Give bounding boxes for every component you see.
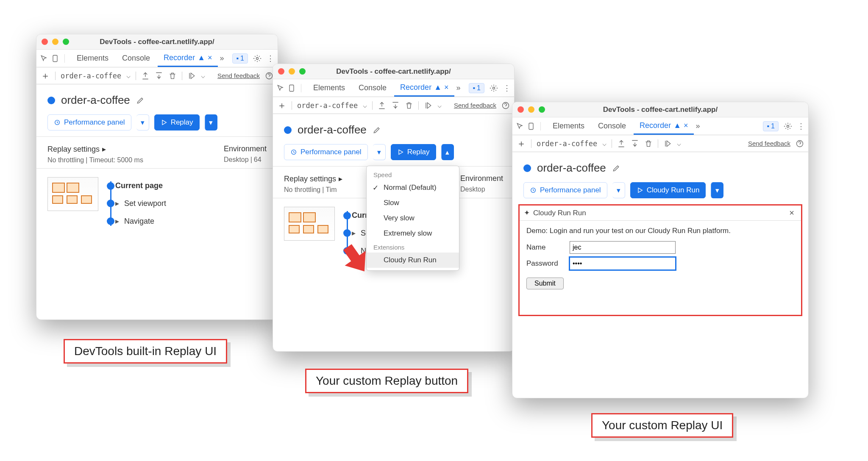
issues-badge[interactable]: ▪ 1 [232, 53, 248, 64]
replay-settings-header[interactable]: Replay settings ▸ [284, 174, 342, 183]
name-label: Name [526, 243, 565, 252]
cloudy-run-chevron[interactable]: ▾ [711, 182, 723, 198]
close-icon[interactable] [42, 39, 48, 45]
chevron-down-icon[interactable]: ⌵ [126, 71, 131, 80]
gear-icon[interactable] [784, 122, 792, 131]
inspect-icon[interactable] [516, 122, 524, 131]
minimize-icon[interactable] [289, 68, 295, 75]
step-icon[interactable] [187, 72, 196, 80]
device-icon[interactable] [287, 84, 296, 92]
speed-very-slow[interactable]: Very slow [367, 211, 459, 226]
chevron-down-icon[interactable]: ⌵ [602, 139, 606, 148]
minimize-icon[interactable] [528, 106, 534, 113]
close-tab-icon[interactable]: × [444, 83, 449, 92]
speed-slow[interactable]: Slow [367, 195, 459, 211]
gear-icon[interactable] [253, 54, 262, 63]
performance-panel-chevron[interactable]: ▾ [612, 182, 625, 198]
chevron-down-icon[interactable]: ⌵ [677, 139, 681, 148]
tab-recorder[interactable]: Recorder ▲ × [158, 50, 218, 67]
export-icon[interactable] [141, 72, 150, 80]
chevron-down-icon[interactable]: ⌵ [201, 71, 205, 80]
more-tabs-icon[interactable]: » [220, 54, 224, 63]
close-tab-icon[interactable]: × [684, 121, 688, 130]
tab-console[interactable]: Console [116, 50, 156, 67]
speed-normal[interactable]: Normal (Default) [367, 180, 459, 195]
edit-icon[interactable] [373, 126, 381, 134]
delete-icon[interactable] [644, 139, 653, 148]
step-icon[interactable] [663, 139, 672, 148]
help-icon[interactable] [501, 101, 510, 110]
send-feedback-link[interactable]: Send feedback [217, 72, 260, 79]
recording-select[interactable]: order-a-coffee [537, 139, 597, 148]
chevron-down-icon[interactable]: ⌵ [363, 101, 367, 110]
import-icon[interactable] [155, 72, 163, 80]
device-icon[interactable] [527, 122, 535, 131]
tab-elements[interactable]: Elements [547, 117, 590, 135]
more-icon[interactable]: ⋮ [267, 54, 274, 63]
help-icon[interactable] [796, 139, 804, 148]
add-icon[interactable]: ＋ [41, 69, 50, 82]
performance-panel-button[interactable]: Performance panel [47, 114, 131, 131]
performance-panel-button[interactable]: Performance panel [284, 144, 368, 160]
import-icon[interactable] [391, 101, 400, 110]
close-tab-icon[interactable]: × [208, 53, 212, 62]
more-tabs-icon[interactable]: » [696, 122, 700, 131]
submit-button[interactable]: Submit [526, 278, 564, 289]
step-navigate[interactable]: ▸Navigate [115, 212, 166, 230]
delete-icon[interactable] [168, 72, 177, 80]
name-input[interactable] [570, 241, 676, 254]
export-icon[interactable] [378, 101, 386, 110]
replay-button[interactable]: Replay [391, 144, 436, 160]
step-current-page[interactable]: Current page [115, 177, 166, 194]
replay-button[interactable]: Replay [154, 114, 200, 131]
performance-panel-chevron[interactable]: ▾ [136, 114, 149, 131]
export-icon[interactable] [617, 139, 626, 148]
close-panel-icon[interactable]: × [787, 208, 797, 218]
zoom-icon[interactable] [299, 68, 306, 75]
add-icon[interactable]: ＋ [277, 99, 287, 112]
send-feedback-link[interactable]: Send feedback [454, 102, 496, 109]
tab-console[interactable]: Console [353, 79, 392, 97]
tab-console[interactable]: Console [592, 117, 632, 135]
edit-icon[interactable] [612, 164, 620, 172]
minimize-icon[interactable] [52, 39, 58, 45]
recording-select[interactable]: order-a-coffee [61, 72, 121, 80]
chevron-down-icon[interactable]: ⌵ [437, 101, 442, 110]
delete-icon[interactable] [405, 101, 413, 110]
close-icon[interactable] [278, 68, 284, 75]
tab-recorder[interactable]: Recorder ▲ × [394, 79, 454, 97]
extension-cloudy-run-run[interactable]: Cloudy Run Run [367, 253, 459, 268]
more-tabs-icon[interactable]: » [456, 83, 460, 92]
import-icon[interactable] [631, 139, 639, 148]
zoom-icon[interactable] [63, 39, 69, 45]
tab-elements[interactable]: Elements [71, 50, 114, 67]
replay-chevron[interactable]: ▴ [441, 144, 454, 160]
tab-elements[interactable]: Elements [307, 79, 351, 97]
inspect-icon[interactable] [276, 84, 285, 92]
cloudy-run-run-button[interactable]: Cloudy Run Run [630, 182, 706, 198]
speed-extremely-slow[interactable]: Extremely slow [367, 226, 459, 241]
device-icon[interactable] [51, 54, 59, 63]
more-icon[interactable]: ⋮ [797, 122, 805, 131]
performance-panel-button[interactable]: Performance panel [523, 182, 607, 198]
add-icon[interactable]: ＋ [517, 137, 526, 150]
close-icon[interactable] [517, 106, 524, 113]
replay-chevron[interactable]: ▾ [205, 114, 217, 131]
more-icon[interactable]: ⋮ [503, 83, 511, 93]
help-icon[interactable] [265, 72, 273, 80]
zoom-icon[interactable] [539, 106, 545, 113]
send-feedback-link[interactable]: Send feedback [748, 140, 790, 147]
inspect-icon[interactable] [40, 54, 48, 63]
gear-icon[interactable] [490, 84, 498, 92]
step-icon[interactable] [424, 101, 432, 110]
issues-badge[interactable]: ▪ 1 [763, 121, 779, 131]
edit-icon[interactable] [136, 96, 145, 105]
replay-settings-header[interactable]: Replay settings ▸ [47, 144, 143, 154]
performance-panel-chevron[interactable]: ▾ [373, 144, 386, 160]
password-input[interactable] [570, 257, 676, 270]
step-set-viewport[interactable]: ▸Set viewport [115, 194, 166, 212]
tab-recorder[interactable]: Recorder ▲ × [634, 117, 694, 135]
issues-badge[interactable]: ▪ 1 [469, 83, 484, 93]
puzzle-icon: ✦ [524, 208, 530, 217]
recording-select[interactable]: order-a-coffee [297, 101, 358, 110]
